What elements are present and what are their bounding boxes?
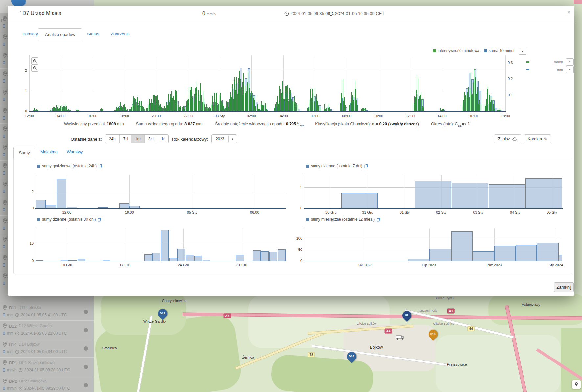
station-title-line: DP2DP2 Starołęcka: [3, 379, 47, 384]
x-tick-label: 31 Gru: [362, 210, 373, 214]
x-tick-label: Sty 2024: [549, 263, 563, 267]
last-data-label: Ostatnie dane z:: [71, 137, 102, 142]
map-pin-icon: [3, 182, 7, 187]
station-list-item[interactable]: D11D11 Lotnisko0mm2024-01-05 05:41:00 UT…: [0, 302, 94, 321]
tab-status[interactable]: Status: [87, 32, 99, 36]
monthly12-chart[interactable]: Kwi 2023Lip 2023Paź 2023Sty 2024050100: [304, 228, 562, 261]
sum-bar: [537, 243, 559, 261]
range-24h-button[interactable]: 24h: [105, 135, 119, 143]
sum-bar: [57, 179, 66, 208]
legend-dropdown[interactable]: ▼: [519, 48, 526, 55]
stat-interval: Wyświetlany przedział: 1808 min.: [64, 122, 125, 127]
gridline: [29, 71, 505, 71]
station-value-line: 0: [3, 115, 5, 120]
clock-icon: [329, 11, 333, 16]
tab-zdarzenia[interactable]: Zdarzenia: [111, 32, 130, 36]
x-tick-label: 01 Sty: [400, 210, 410, 214]
sum-bar: [429, 249, 451, 261]
hourly24-chart[interactable]: 12:0018:0005 Sty06:0002: [35, 175, 286, 208]
intensity-bar: [181, 107, 181, 111]
rain-statistics-row: Wyświetlany przedział: 1808 min. Suma wi…: [29, 122, 505, 127]
map-pin-icon: [3, 200, 7, 205]
subtab-sumy[interactable]: Sumy: [13, 147, 35, 159]
marker-label: H1: [402, 314, 411, 317]
map-pin-icon: [3, 145, 7, 150]
subtab-warstwy[interactable]: Warstwy: [67, 149, 83, 154]
road-shield-78: 78: [308, 352, 314, 357]
daily7-chart[interactable]: 30 Gru31 Gru01 Sty02 Sty03 Sty04 Sty05 S…: [304, 175, 562, 208]
correction-button[interactable]: Korekta ✎: [524, 134, 551, 143]
calendar-year-select[interactable]: 2023 ▼: [211, 134, 237, 143]
clock-icon: [18, 386, 23, 391]
station-title-line: [3, 145, 7, 150]
range-1m-button[interactable]: 1m: [131, 135, 144, 143]
station-list-item[interactable]: DP2DP2 Starołęcka0mm/h2024-01-05 09:29:0…: [0, 376, 94, 392]
map-pin-icon: [3, 16, 7, 21]
map-pin-icon: [3, 126, 7, 132]
clock-icon: [15, 313, 19, 317]
sum-bar: [269, 252, 277, 261]
x-axis-line: [35, 208, 286, 209]
tab-pomiary[interactable]: Pomiary: [22, 32, 38, 36]
x-tick-label: 05 Sty: [187, 210, 197, 214]
station-value-line: 0: [3, 281, 5, 286]
intensity-bar: [481, 104, 481, 112]
map-place-label: Panattoni Park: [417, 309, 437, 312]
daily30-chart[interactable]: 10 Gru17 Gru24 Gru31 Gru010: [35, 228, 286, 261]
station-list-item[interactable]: DP1DP1 Szczepankowo0mm/h2024-01-05 09:20…: [0, 357, 94, 376]
station-timestamp: 2024-01-05 09:29:00 UTC: [24, 386, 70, 391]
range-3m-button[interactable]: 3m: [144, 135, 157, 143]
y-tick-label: 0: [300, 206, 302, 210]
map-pin-icon: [3, 34, 7, 40]
map-pin-icon: [3, 323, 7, 329]
station-value: 0: [3, 226, 5, 231]
station-title-line: [3, 255, 7, 260]
range-7d-button[interactable]: 7d: [119, 135, 131, 143]
road-shield-a1: A1: [447, 309, 455, 314]
zoom-out-button[interactable]: [31, 64, 38, 72]
copy-icon[interactable]: [364, 164, 368, 168]
close-icon[interactable]: ×: [567, 10, 570, 15]
zoom-in-button[interactable]: [31, 57, 38, 65]
subtab-maksima[interactable]: Maksima: [40, 149, 58, 154]
y-tick-label: 5: [300, 185, 302, 189]
station-value-line: 0mm2024-01-05 05:34:00 UTC: [3, 349, 67, 354]
station-title-line: [3, 200, 7, 205]
copy-icon[interactable]: [377, 217, 381, 222]
station-value: 0: [3, 207, 5, 212]
unit-mm-dropdown[interactable]: ▼: [566, 66, 574, 73]
tab-analiza-opadow[interactable]: Analiza opadów: [38, 28, 82, 41]
station-value-line: 0: [3, 226, 5, 231]
gridline: [61, 55, 61, 111]
hourly24-chart-title: sumy godzinowe (ostatnie 24h): [37, 164, 103, 168]
station-list-item[interactable]: D14D14 Bojków0mm2024-01-05 05:34:00 UTC: [0, 339, 94, 358]
map-pin-icon: [3, 305, 7, 310]
copy-icon[interactable]: [99, 164, 103, 168]
unit-mmh-dropdown[interactable]: ▼: [566, 58, 574, 66]
station-list-item[interactable]: D12D12 Wilcze Gardło0mm2024-01-05 05:22:…: [0, 320, 94, 339]
x-tick-label: 22:00: [183, 114, 193, 118]
save-button[interactable]: Zapisz: [494, 134, 521, 143]
map-locate-control[interactable]: [572, 380, 581, 389]
map-place-label: Smolnica: [102, 346, 117, 350]
copy-icon[interactable]: [98, 217, 102, 222]
stat-classification: Klasyfikacja (skala Chomicza): α = 0.20 …: [315, 122, 420, 127]
modal-title: * D7 Urząd Miasta: [20, 11, 61, 16]
station-title-line: [3, 108, 7, 113]
station-title-line: [3, 163, 7, 168]
map-pin-icon: [3, 273, 7, 279]
status-dot: [84, 310, 88, 314]
map-place-label: Przyszowice: [447, 362, 467, 366]
status-dot: [84, 346, 88, 351]
range-1r-button[interactable]: 1r: [157, 135, 168, 143]
station-name: DP2 Starołęcka: [19, 379, 46, 383]
station-code: DP2: [9, 379, 17, 384]
map-place-label: Bojków: [370, 345, 383, 350]
x-axis-line: [304, 261, 563, 261]
pencil-icon: ✎: [544, 137, 547, 141]
station-code: D14: [9, 342, 17, 347]
main-rain-chart[interactable]: 12:0014:0016:0018:0020:0022:0003 Sty02:0…: [29, 55, 506, 111]
station-value: 0: [3, 281, 5, 286]
daily7-chart-title: sumy dzienne (ostatnie 7 dni): [306, 164, 368, 168]
zamknij-button[interactable]: Zamknij: [554, 282, 574, 292]
